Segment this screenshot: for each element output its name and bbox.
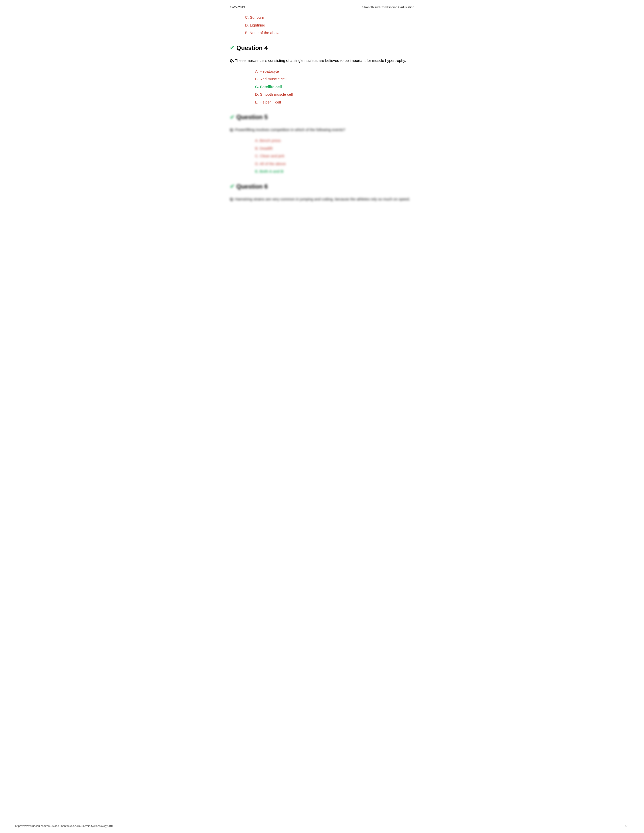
q4-option-e: E. Helper T cell [255,100,414,105]
question-5-check-icon: ✔ [230,113,234,121]
header-date: 12/29/2019 [230,5,245,10]
question-5-title: Question 5 [237,113,268,122]
page-header: 12/29/2019 Strength and Conditioning Cer… [230,5,414,10]
prev-option-c: C. Sunburn [245,14,414,21]
q5-option-b: B. Deadlift [255,146,414,151]
question-4-check-icon: ✔ [230,43,234,52]
q5-option-c: C. Clean and jerk [255,153,414,159]
q4-option-b: B. Red muscle cell [255,76,414,82]
question-4-heading: ✔ Question 4 [230,43,414,53]
question-6-block: ✔ Question 6 Q: Hamstring strains are ve… [230,182,414,202]
question-6-text: Q: Hamstring strains are very common in … [230,196,414,202]
page-container: 12/29/2019 Strength and Conditioning Cer… [215,0,429,225]
question-6-title: Question 6 [237,182,268,191]
question-4-text: Q: These muscle cells consisting of a si… [230,58,414,64]
question-5-heading: ✔ Question 5 [230,113,414,122]
question-4-block: ✔ Question 4 Q: These muscle cells consi… [230,43,414,105]
q4-option-a: A. Hepatocyte [255,69,414,74]
question-6-label: Q: [230,197,234,201]
question-5-label: Q: [230,127,234,132]
question-5-body: Powerlifting involves competition in whi… [235,127,345,132]
q4-option-d: D. Smooth muscle cell [255,92,414,97]
question-6-check-icon: ✔ [230,182,234,191]
q5-option-a: A. Bench press [255,138,414,144]
question-6-heading: ✔ Question 6 [230,182,414,191]
question-5-options: A. Bench press B. Deadlift C. Clean and … [240,138,414,174]
question-4-body: These muscle cells consisting of a singl… [235,58,406,63]
previous-answers: C. Sunburn D. Lightning E. None of the a… [230,14,414,36]
question-6-body: Hamstring strains are very common in jum… [235,197,410,201]
q5-option-d: D. All of the above [255,161,414,167]
question-4-options: A. Hepatocyte B. Red muscle cell C. Sate… [240,69,414,105]
question-4-title: Question 4 [237,43,268,53]
question-5-text: Q: Powerlifting involves competition in … [230,127,414,133]
prev-option-e: E. None of the above [245,30,414,36]
question-5-block: ✔ Question 5 Q: Powerlifting involves co… [230,113,414,174]
question-4-label: Q: [230,58,234,63]
prev-option-d: D. Lightning [245,23,414,28]
q5-option-e: E. Both A and B [255,169,414,174]
q4-option-c: C. Satellite cell [255,84,414,90]
header-title: Strength and Conditioning Certification [362,5,414,10]
